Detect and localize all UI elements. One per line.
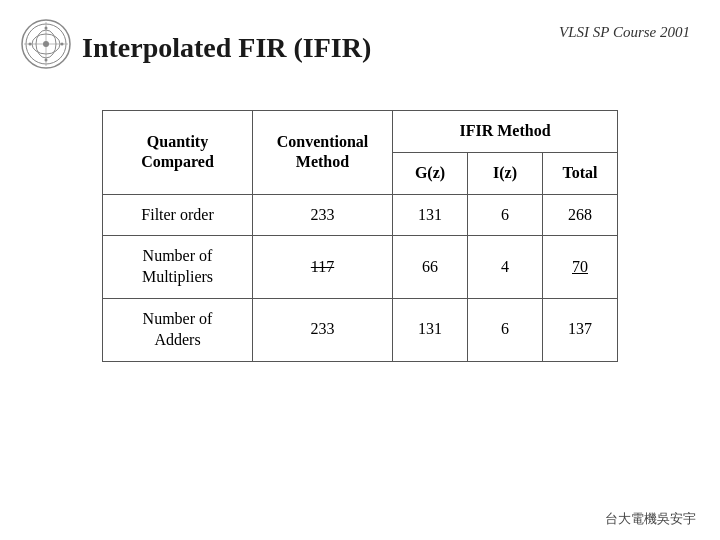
svg-point-7 bbox=[45, 27, 48, 30]
comparison-table-container: QuantityCompared ConventionalMethod IFIR… bbox=[0, 110, 720, 362]
svg-point-6 bbox=[43, 41, 49, 47]
header-iz: I(z) bbox=[468, 152, 543, 194]
cell-conventional-1: 233 bbox=[253, 194, 393, 236]
cell-total-2: 70 bbox=[543, 236, 618, 299]
table-row: Filter order 233 131 6 268 bbox=[103, 194, 618, 236]
comparison-table: QuantityCompared ConventionalMethod IFIR… bbox=[102, 110, 618, 362]
cell-gz-3: 131 bbox=[393, 298, 468, 361]
header: Interpolated FIR (IFIR) VLSI SP Course 2… bbox=[0, 0, 720, 70]
strikethrough-value: 117 bbox=[311, 258, 334, 275]
cell-conventional-2: 117 bbox=[253, 236, 393, 299]
footer-text: 台大電機吳安宇 bbox=[605, 510, 696, 528]
cell-quantity-1: Filter order bbox=[103, 194, 253, 236]
university-logo bbox=[20, 18, 72, 70]
svg-point-8 bbox=[45, 59, 48, 62]
header-gz: G(z) bbox=[393, 152, 468, 194]
cell-quantity-2: Number ofMultipliers bbox=[103, 236, 253, 299]
table-row: Number ofMultipliers 117 66 4 70 bbox=[103, 236, 618, 299]
logo-title-group: Interpolated FIR (IFIR) bbox=[20, 18, 371, 70]
cell-quantity-3: Number ofAdders bbox=[103, 298, 253, 361]
table-row: Number ofAdders 233 131 6 137 bbox=[103, 298, 618, 361]
page-title: Interpolated FIR (IFIR) bbox=[82, 23, 371, 65]
header-ifir: IFIR Method bbox=[393, 111, 618, 153]
svg-point-9 bbox=[29, 43, 32, 46]
header-conventional: ConventionalMethod bbox=[253, 111, 393, 195]
cell-gz-2: 66 bbox=[393, 236, 468, 299]
cell-gz-1: 131 bbox=[393, 194, 468, 236]
cell-iz-3: 6 bbox=[468, 298, 543, 361]
cell-iz-2: 4 bbox=[468, 236, 543, 299]
header-quantity: QuantityCompared bbox=[103, 111, 253, 195]
cell-total-1: 268 bbox=[543, 194, 618, 236]
cell-iz-1: 6 bbox=[468, 194, 543, 236]
cell-total-3: 137 bbox=[543, 298, 618, 361]
underline-value: 70 bbox=[572, 258, 588, 275]
header-total: Total bbox=[543, 152, 618, 194]
svg-point-10 bbox=[61, 43, 64, 46]
cell-conventional-3: 233 bbox=[253, 298, 393, 361]
course-label: VLSI SP Course 2001 bbox=[559, 18, 690, 41]
